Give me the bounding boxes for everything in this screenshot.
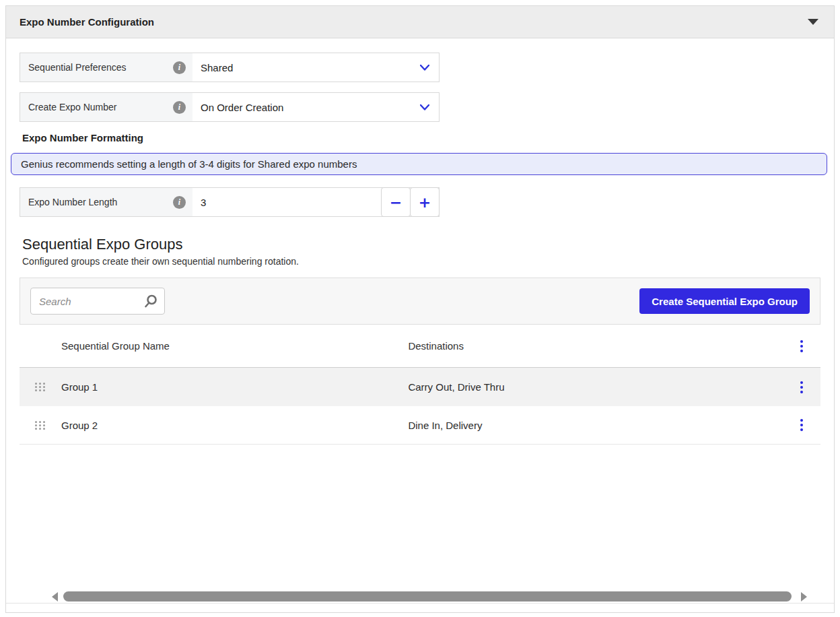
groups-table-header: Sequential Group Name Destinations	[20, 325, 820, 368]
increment-button[interactable]: +	[410, 187, 440, 217]
create-expo-number-label: Create Expo Number	[28, 102, 117, 112]
chevron-down-icon	[808, 19, 818, 25]
sequential-preferences-field: Sequential Preferences i Shared	[20, 53, 440, 82]
sequential-preferences-label: Sequential Preferences	[28, 62, 127, 73]
scroll-right-arrow-icon[interactable]	[801, 592, 807, 602]
row-menu-kebab-icon[interactable]	[798, 379, 806, 396]
scrollbar-thumb[interactable]	[63, 591, 792, 602]
info-icon[interactable]: i	[173, 101, 186, 114]
create-expo-number-select[interactable]: On Order Creation	[193, 93, 439, 121]
recommendation-banner: Genius recommends setting a length of 3-…	[11, 153, 827, 175]
create-expo-number-value: On Order Creation	[201, 102, 283, 113]
sequential-preferences-select[interactable]: Shared	[193, 53, 439, 82]
table-row: Group 2 Dine In, Delivery	[20, 406, 820, 445]
group-name: Group 2	[61, 420, 408, 431]
search-icon[interactable]	[143, 294, 158, 308]
chevron-down-icon	[420, 104, 429, 110]
row-menu-kebab-icon[interactable]	[798, 416, 806, 434]
collapse-chevron-icon[interactable]	[806, 15, 820, 30]
panel-header[interactable]: Expo Number Configuration	[6, 6, 834, 38]
decrement-button[interactable]: −	[381, 187, 411, 217]
panel-title: Expo Number Configuration	[20, 16, 154, 28]
sequential-expo-groups-description: Configured groups create their own seque…	[22, 256, 818, 267]
group-destinations: Dine In, Delivery	[408, 420, 783, 431]
create-expo-number-field: Create Expo Number i On Order Creation	[20, 92, 440, 122]
groups-toolbar: Create Sequential Expo Group	[20, 278, 820, 325]
expo-number-length-label-box: Expo Number Length i	[20, 188, 193, 216]
chevron-down-icon	[420, 65, 429, 71]
group-destinations: Carry Out, Drive Thru	[408, 381, 783, 393]
table-menu-kebab-icon[interactable]	[798, 337, 806, 355]
info-icon[interactable]: i	[173, 196, 186, 209]
scrollbar-track[interactable]	[61, 591, 798, 602]
horizontal-scrollbar	[6, 591, 834, 602]
expo-number-length-field: Expo Number Length i 3 − +	[20, 187, 440, 217]
group-name: Group 1	[61, 381, 408, 393]
column-header-destinations: Destinations	[408, 340, 783, 352]
scrollbar-divider	[6, 603, 834, 604]
expo-number-formatting-heading: Expo Number Formatting	[22, 132, 818, 143]
drag-handle-icon[interactable]	[35, 383, 46, 391]
scroll-left-arrow-icon[interactable]	[52, 592, 58, 602]
expo-number-length-label: Expo Number Length	[28, 197, 117, 207]
column-header-sequential-group-name: Sequential Group Name	[61, 340, 408, 352]
search-box	[30, 288, 165, 315]
drag-handle-icon[interactable]	[35, 421, 46, 430]
expo-config-panel: Expo Number Configuration Sequential Pre…	[5, 5, 835, 613]
create-sequential-expo-group-button[interactable]: Create Sequential Expo Group	[639, 288, 810, 314]
sequential-preferences-value: Shared	[201, 62, 233, 73]
sequential-preferences-label-box: Sequential Preferences i	[20, 53, 193, 82]
expo-number-length-value: 3	[201, 197, 206, 208]
create-expo-number-label-box: Create Expo Number i	[20, 93, 193, 121]
table-row: Group 1 Carry Out, Drive Thru	[20, 368, 820, 406]
sequential-expo-groups-heading: Sequential Expo Groups	[22, 236, 818, 253]
expo-number-length-input[interactable]: 3	[193, 188, 381, 216]
info-icon[interactable]: i	[173, 61, 186, 74]
